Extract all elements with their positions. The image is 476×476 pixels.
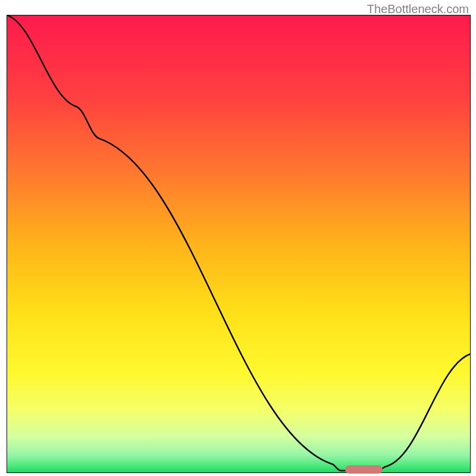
curve-overlay bbox=[7, 15, 471, 473]
chart-area bbox=[7, 15, 471, 473]
watermark-text: TheBottleneck.com bbox=[367, 2, 469, 16]
optimal-marker bbox=[345, 465, 382, 474]
chart-border bbox=[7, 15, 471, 473]
bottleneck-curve bbox=[7, 15, 471, 471]
